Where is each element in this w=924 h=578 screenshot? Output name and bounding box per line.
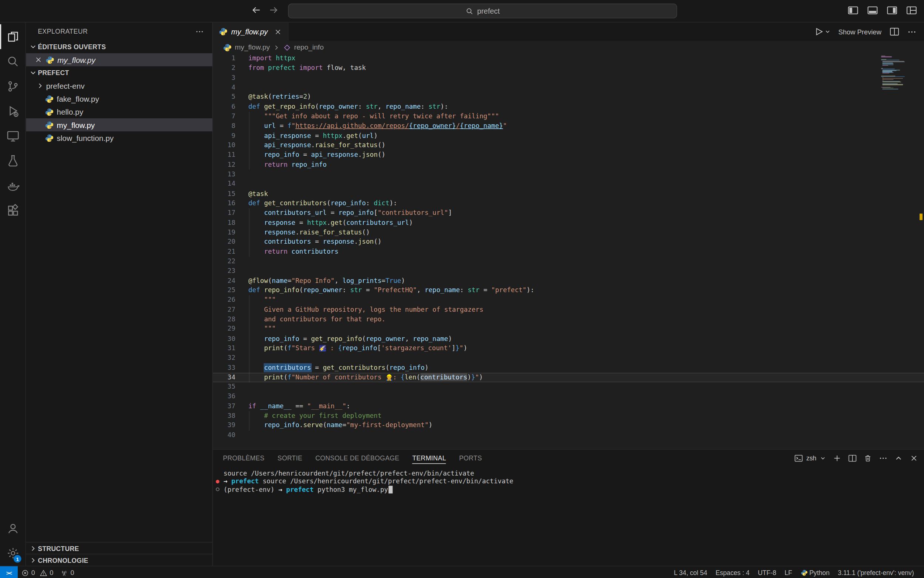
code-line-24[interactable]: 24@flow(name="Repo Info", log_prints=Tru… [213, 276, 924, 286]
maximize-panel-icon[interactable] [894, 453, 903, 462]
code-line-36[interactable]: 36 [213, 392, 924, 402]
file-item-prefect-env[interactable]: prefect-env [26, 79, 212, 92]
code-line-4[interactable]: 4 [213, 83, 924, 93]
explorer-icon[interactable] [0, 24, 26, 49]
search-sidebar-icon[interactable] [0, 49, 26, 74]
code-line-1[interactable]: 1import httpx [213, 54, 924, 63]
code-line-32[interactable]: 32 [213, 353, 924, 363]
editor-more-actions-icon[interactable] [907, 27, 917, 37]
code-line-30[interactable]: 30 repo_info = get_repo_info(repo_owner,… [213, 334, 924, 344]
extensions-icon[interactable] [0, 198, 26, 223]
forward-button[interactable] [268, 5, 279, 16]
breadcrumb-symbol[interactable]: repo_info [294, 43, 324, 51]
code-line-12[interactable]: 12 return repo_info [213, 160, 924, 170]
show-preview-button[interactable]: Show Preview [838, 28, 882, 35]
code-area[interactable]: 1import httpx2from prefect import flow, … [213, 54, 924, 449]
split-editor-icon[interactable] [889, 27, 899, 37]
testing-beaker-icon[interactable] [0, 149, 26, 174]
problems-indicator[interactable]: 0 0 [18, 566, 57, 578]
code-line-17[interactable]: 17 contributors_url = repo_info["contrib… [213, 209, 924, 218]
tab-my-flow[interactable]: my_flow.py [213, 23, 289, 41]
command-center-search[interactable]: prefect [288, 4, 677, 18]
panel-tab-terminal[interactable]: TERMINAL [412, 450, 446, 466]
run-debug-icon[interactable] [0, 99, 26, 123]
toggle-panel-icon[interactable] [867, 5, 878, 16]
explorer-more-actions-icon[interactable] [195, 27, 204, 36]
terminal-content[interactable]: source /Users/henricourdent/git/prefect/… [213, 466, 924, 566]
panel-more-actions-icon[interactable] [879, 453, 887, 462]
code-line-38[interactable]: 38 # create your first deployment [213, 411, 924, 421]
accounts-icon[interactable] [0, 516, 26, 541]
project-section-header[interactable]: PREFECT [26, 66, 212, 79]
run-python-file-button[interactable] [814, 27, 830, 37]
minimap[interactable] [881, 55, 908, 90]
code-line-6[interactable]: 6def get_repo_info(repo_owner: str, repo… [213, 102, 924, 112]
panel-tab-console-de-d-bogage[interactable]: CONSOLE DE DÉBOGAGE [315, 450, 399, 466]
eol-setting[interactable]: LF [780, 566, 796, 578]
code-line-7[interactable]: 7 """Get info about a repo - will retry … [213, 112, 924, 121]
close-panel-icon[interactable] [909, 453, 918, 462]
code-line-10[interactable]: 10 api_response.raise_for_status() [213, 141, 924, 151]
code-line-23[interactable]: 23 [213, 266, 924, 276]
source-control-icon[interactable] [0, 74, 26, 99]
kill-terminal-icon[interactable] [863, 453, 872, 462]
ports-indicator[interactable]: 0 [57, 566, 78, 578]
new-terminal-icon[interactable] [832, 453, 841, 462]
tab-close-icon[interactable] [274, 28, 282, 36]
file-item-my_flow.py[interactable]: my_flow.py [26, 119, 212, 131]
breadcrumb-file[interactable]: my_flow.py [235, 43, 270, 51]
command-decoration-icon[interactable] [216, 480, 220, 484]
code-line-2[interactable]: 2from prefect import flow, task [213, 63, 924, 73]
code-line-26[interactable]: 26 """ [213, 295, 924, 305]
docker-icon[interactable] [0, 174, 26, 198]
file-item-hello.py[interactable]: hello.py [26, 106, 212, 119]
back-button[interactable] [251, 5, 261, 16]
code-line-11[interactable]: 11 repo_info = api_response.json() [213, 151, 924, 160]
terminal-profile-select[interactable]: zsh [794, 453, 826, 462]
timeline-section[interactable]: CHRONOLOGIE [26, 554, 212, 566]
close-editor-icon[interactable] [34, 55, 42, 63]
code-line-8[interactable]: 8 url = f"https://api.github.com/repos/{… [213, 121, 924, 131]
remote-explorer-icon[interactable] [0, 123, 26, 148]
code-line-34[interactable]: 34 print(f"Number of contributors 👷: {le… [213, 373, 924, 382]
code-line-15[interactable]: 15@task [213, 189, 924, 198]
split-terminal-icon[interactable] [848, 453, 857, 462]
code-line-25[interactable]: 25def repo_info(repo_owner: str = "Prefe… [213, 286, 924, 295]
python-interpreter[interactable]: 3.11.1 ('prefect-env': venv) [834, 566, 918, 578]
code-line-35[interactable]: 35 [213, 382, 924, 392]
code-line-20[interactable]: 20 contributors = response.json() [213, 237, 924, 247]
code-line-39[interactable]: 39 repo_info.serve(name="my-first-deploy… [213, 421, 924, 430]
panel-tab-probl-mes[interactable]: PROBLÈMES [223, 450, 264, 466]
panel-tab-ports[interactable]: PORTS [459, 450, 482, 466]
code-line-18[interactable]: 18 response = httpx.get(contributors_url… [213, 218, 924, 228]
code-line-9[interactable]: 9 api_response = httpx.get(url) [213, 131, 924, 141]
code-line-19[interactable]: 19 response.raise_for_status() [213, 228, 924, 237]
code-line-28[interactable]: 28 and contributors for that repo. [213, 315, 924, 324]
remote-indicator[interactable]: >< [0, 566, 18, 578]
cursor-position[interactable]: L 34, col 54 [670, 566, 712, 578]
toggle-secondary-sidebar-icon[interactable] [886, 5, 897, 16]
code-line-5[interactable]: 5@task(retries=2) [213, 93, 924, 102]
outline-section[interactable]: STRUCTURE [26, 542, 212, 554]
file-item-slow_function.py[interactable]: slow_function.py [26, 131, 212, 144]
open-editor-item[interactable]: my_flow.py [26, 53, 212, 66]
code-line-37[interactable]: 37if __name__ == "__main__": [213, 402, 924, 411]
open-editors-section[interactable]: ÉDITEURS OUVERTS [26, 40, 212, 53]
settings-gear-icon[interactable]: 1 [0, 541, 26, 565]
code-line-29[interactable]: 29 """ [213, 324, 924, 334]
language-mode[interactable]: Python [796, 566, 833, 578]
code-line-31[interactable]: 31 print(f"Stars 🌠 : {repo_info['stargaz… [213, 344, 924, 353]
code-line-33[interactable]: 33 contributors = get_contributors(repo_… [213, 363, 924, 373]
code-line-3[interactable]: 3 [213, 73, 924, 83]
code-line-14[interactable]: 14 [213, 179, 924, 189]
code-line-13[interactable]: 13 [213, 170, 924, 179]
command-decoration-icon[interactable] [216, 488, 220, 492]
indentation-setting[interactable]: Espaces : 4 [712, 566, 754, 578]
code-line-40[interactable]: 40 [213, 430, 924, 440]
toggle-primary-sidebar-icon[interactable] [847, 5, 858, 16]
code-line-22[interactable]: 22 [213, 257, 924, 266]
panel-tab-sortie[interactable]: SORTIE [278, 450, 302, 466]
code-line-21[interactable]: 21 return contributors [213, 247, 924, 257]
code-line-27[interactable]: 27 Given a GitHub repository, logs the n… [213, 305, 924, 315]
customize-layout-icon[interactable] [906, 5, 917, 16]
